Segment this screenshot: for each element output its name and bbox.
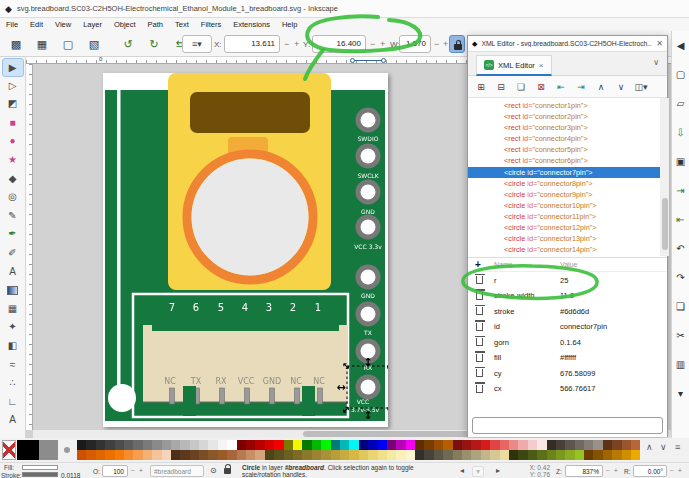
palette-swatch[interactable] [77,450,86,460]
palette-swatch[interactable] [528,450,537,460]
palette-swatch[interactable] [612,440,621,450]
palette-swatch[interactable] [190,450,199,460]
palette-swatch[interactable] [152,450,161,460]
menu-file[interactable]: File [0,20,24,29]
palette-swatch[interactable] [265,450,274,460]
spiral-tool[interactable]: ◎ [2,188,24,207]
xml-tree-node[interactable]: <rect id="connector5pin"> [468,144,660,155]
attribute-row[interactable]: stroke#6d6d6d [468,303,667,319]
mesh-tool[interactable]: ▦ [2,300,24,319]
tweak-tool[interactable]: ≈ [2,356,24,375]
palette-swatch[interactable] [612,450,621,460]
width-field[interactable]: 1.570 [399,35,431,53]
palette-scroll-up-icon[interactable]: ∧ [646,442,653,452]
no-color-swatch[interactable] [2,440,16,460]
export-button[interactable]: ⇤ [673,208,689,237]
y-plus-button[interactable]: + [380,39,385,49]
palette-swatch[interactable] [227,450,236,460]
palette-swatch[interactable] [622,440,631,450]
palette-swatch[interactable] [434,450,443,460]
delete-node-button[interactable]: ⊠ [534,82,548,92]
palette-swatch[interactable] [199,450,208,460]
palette-swatch[interactable] [105,440,114,450]
palette-swatch[interactable] [312,450,321,460]
palette-swatch[interactable] [368,440,377,450]
palette-swatch[interactable] [162,440,171,450]
add-attribute-button[interactable]: + [475,259,481,270]
shape-builder-tool[interactable]: ◩ [2,95,24,114]
layer-visibility-eye-icon[interactable]: ⊙ [210,466,217,475]
attribute-row[interactable]: r25 [468,272,667,288]
palette-swatch[interactable] [208,440,217,450]
palette-swatch[interactable] [396,450,405,460]
text-tool[interactable]: A [2,263,24,282]
attribute-value[interactable]: 566.76617 [560,384,595,393]
palette-swatch[interactable] [171,450,180,460]
lock-aspect-ratio-button[interactable] [449,35,465,53]
select-all-button[interactable]: ▩ [6,34,26,54]
palette-swatch[interactable] [293,440,302,450]
palette-swatch[interactable] [302,450,311,460]
rotation-plus-button[interactable]: + [678,467,682,474]
redo-button[interactable]: ↷ [673,266,689,295]
undo-button[interactable]: ↶ [673,237,689,266]
xml-tree-node[interactable]: <circle id="connector11pin"> [468,211,660,222]
close-icon[interactable]: ✕ [656,39,663,48]
attribute-row[interactable]: gorn0.1.64 [468,334,667,350]
palette-swatch[interactable] [603,450,612,460]
palette-swatch[interactable] [331,440,340,450]
palette-menu-icon[interactable]: ≡ [675,442,680,452]
open-document-button[interactable]: ▱ [673,92,689,121]
xml-tree-node[interactable]: <rect id="connector2pin"> [468,111,660,122]
palette-swatch[interactable] [86,440,95,450]
palette-swatch[interactable] [218,440,227,450]
menu-text[interactable]: Text [169,20,195,29]
rectangle-tool[interactable]: ■ [2,114,24,133]
palette-swatch[interactable] [152,440,161,450]
palette-swatch[interactable] [518,450,527,460]
new-element-node-button[interactable]: ⊞ [474,82,488,92]
ellipse-tool[interactable]: ● [2,132,24,151]
palette-swatch[interactable] [302,440,311,450]
new-document-button[interactable]: ▢ [673,63,689,92]
palette-swatch[interactable] [162,450,171,460]
palette-swatch[interactable] [265,440,274,450]
palette-swatch[interactable] [133,450,142,460]
duplicate-node-button[interactable]: ❏ [514,82,528,92]
sensor-display[interactable] [190,92,310,133]
palette-swatch[interactable] [584,440,593,450]
palette-swatch[interactable] [462,450,471,460]
palette-swatch[interactable] [415,440,424,450]
delete-attribute-icon[interactable] [476,323,483,331]
palette-swatch[interactable] [180,450,189,460]
palette-swatch[interactable] [537,440,546,450]
attribute-value[interactable]: 25 [560,276,568,285]
z-order-dropdown[interactable]: ≡▾ [182,35,212,53]
menu-edit[interactable]: Edit [24,20,49,29]
palette-swatch[interactable] [443,450,452,460]
y-coordinate-field[interactable]: 16.400 [312,35,366,53]
palette-swatch[interactable] [490,450,499,460]
print-button[interactable]: ▣ [673,150,689,179]
palette-swatch[interactable] [490,440,499,450]
palette-swatch[interactable] [556,450,565,460]
palette-swatch[interactable] [340,450,349,460]
x-minus-button[interactable]: − [284,39,289,49]
vertical-ruler[interactable] [26,64,33,430]
collapse-panel-button[interactable]: ◀ [673,34,689,63]
xml-tree-node[interactable]: <circle id="connector10pin"> [468,200,660,211]
rotation-field[interactable]: 0.00° [633,465,667,477]
menu-filters[interactable]: Filters [195,20,227,29]
palette-swatch[interactable] [443,440,452,450]
fill-swatch[interactable] [22,465,58,470]
palette-swatch[interactable] [284,450,293,460]
palette-swatch[interactable] [378,450,387,460]
node-tool[interactable]: ▷ [2,77,24,96]
menu-help[interactable]: Help [276,20,303,29]
palette-swatch[interactable] [556,440,565,450]
stroke-swatch[interactable] [22,472,58,477]
palette-swatch[interactable] [96,450,105,460]
menu-layer[interactable]: Layer [77,20,108,29]
palette-swatch[interactable] [518,440,527,450]
attribute-row[interactable]: cy676.58099 [468,365,667,381]
